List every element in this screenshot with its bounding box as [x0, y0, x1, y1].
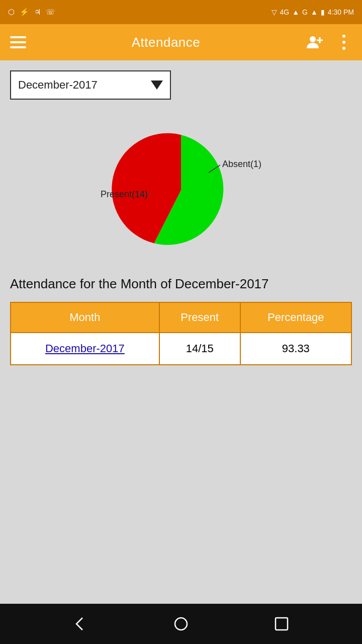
chart-area: Absent(1) Present(14)	[10, 120, 352, 261]
svg-point-9	[175, 618, 187, 630]
month-link[interactable]: December-2017	[45, 342, 125, 355]
svg-rect-1	[10, 41, 26, 43]
bottom-nav	[0, 604, 362, 644]
col-month-header: Month	[11, 302, 159, 333]
dropdown-value: December-2017	[18, 78, 147, 92]
row-percentage: 93.33	[240, 333, 351, 365]
pie-chart-svg: Absent(1) Present(14)	[96, 120, 266, 261]
signal-icon-2: ▲	[311, 8, 318, 16]
signal-icon: ▲	[292, 8, 299, 16]
month-dropdown[interactable]: December-2017	[10, 70, 171, 100]
back-button[interactable]	[71, 615, 89, 633]
dropdown-arrow-icon	[151, 80, 163, 90]
g-icon: G	[302, 8, 308, 16]
more-options-button[interactable]	[336, 34, 352, 50]
svg-rect-10	[276, 618, 288, 630]
time-display: 4:30 PM	[328, 8, 354, 16]
home-button[interactable]	[172, 615, 190, 633]
status-right-icons: ▽ 4G ▲ G ▲ ▮ 4:30 PM	[272, 8, 354, 16]
main-content: December-2017	[0, 60, 362, 604]
attendance-heading: Attendance for the Month of December-201…	[10, 276, 269, 293]
svg-rect-2	[10, 46, 26, 48]
app-bar: Attendance	[0, 24, 362, 60]
battery-icon: ▮	[321, 8, 325, 16]
android-icon: ♃	[34, 8, 41, 17]
attendance-table: Month Present Percentage December-2017 1…	[10, 302, 352, 365]
wifi-icon: ▽	[272, 8, 277, 16]
usb-icon: ⚡	[20, 8, 29, 17]
present-label-text: Present(14)	[101, 189, 148, 199]
svg-point-3	[310, 36, 316, 42]
svg-point-8	[342, 47, 345, 50]
status-bar: ⬡ ⚡ ♃ ☏ ▽ 4G ▲ G ▲ ▮ 4:30 PM	[0, 0, 362, 24]
absent-label-text: Absent(1)	[222, 159, 261, 169]
svg-point-7	[342, 41, 345, 44]
add-user-button[interactable]	[306, 33, 324, 51]
svg-point-6	[342, 35, 345, 38]
phone-icon: ☏	[46, 8, 55, 17]
col-percentage-header: Percentage	[240, 302, 351, 333]
row-month[interactable]: December-2017	[11, 333, 159, 365]
svg-rect-0	[10, 36, 26, 38]
menu-button[interactable]	[10, 34, 26, 50]
recent-apps-button[interactable]	[273, 615, 291, 633]
app-title: Attendance	[132, 35, 201, 50]
row-present: 14/15	[159, 333, 240, 365]
table-header-row: Month Present Percentage	[11, 302, 351, 333]
pie-chart: Absent(1) Present(14)	[96, 120, 266, 261]
col-present-header: Present	[159, 302, 240, 333]
app-icon-1: ⬡	[8, 8, 15, 17]
table-row: December-2017 14/15 93.33	[11, 333, 351, 365]
status-left-icons: ⬡ ⚡ ♃ ☏	[8, 8, 55, 17]
month-dropdown-container: December-2017	[10, 70, 171, 100]
app-bar-actions	[306, 33, 352, 51]
network-label: 4G	[280, 8, 290, 16]
